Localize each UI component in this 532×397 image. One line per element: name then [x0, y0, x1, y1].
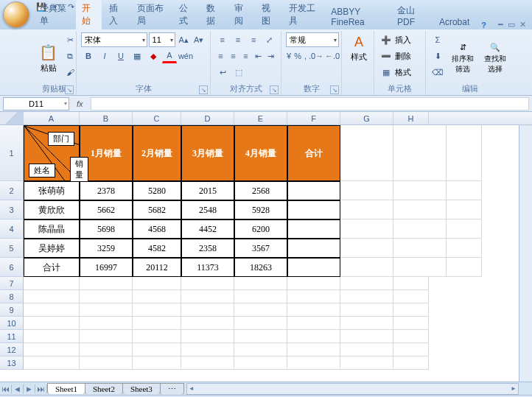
sheet-tab-new[interactable]: ⋯: [160, 383, 184, 395]
horizontal-scrollbar[interactable]: [186, 383, 519, 395]
cell-F2[interactable]: [287, 181, 340, 200]
dec-decimal-icon[interactable]: ←.0: [325, 49, 340, 63]
cell-empty[interactable]: [393, 330, 429, 343]
cell-F5[interactable]: [287, 239, 340, 258]
sheet-nav-last-icon[interactable]: ⏭: [35, 384, 47, 393]
paste-button[interactable]: 📋 粘贴: [37, 32, 60, 85]
grow-font-icon[interactable]: A▴: [177, 32, 190, 47]
col-header-H[interactable]: H: [393, 112, 429, 124]
cell-empty[interactable]: [80, 317, 133, 330]
cell-empty[interactable]: [393, 181, 447, 200]
underline-button[interactable]: U: [113, 49, 128, 63]
align-right-icon[interactable]: ≡: [240, 49, 251, 63]
cell-C5[interactable]: 4582: [133, 239, 181, 258]
clear-icon[interactable]: ⌫: [430, 65, 445, 80]
autosum-icon[interactable]: Σ: [430, 32, 445, 47]
format-cells-icon[interactable]: ▦: [379, 65, 393, 80]
tab-acrobat[interactable]: Acrobat: [433, 15, 475, 29]
tab-formulas[interactable]: 公式: [173, 0, 199, 29]
cell-D3[interactable]: 2548: [181, 200, 234, 219]
row-header-12[interactable]: 12: [0, 343, 24, 356]
minimize-icon[interactable]: ━: [498, 20, 503, 29]
header-1[interactable]: 2月销量: [133, 125, 181, 181]
cell-empty[interactable]: [393, 239, 447, 258]
cell-C2[interactable]: 5280: [133, 181, 181, 200]
align-bot-icon[interactable]: ≡: [247, 32, 261, 47]
cell-empty[interactable]: [181, 290, 234, 303]
cell-F3[interactable]: [287, 200, 340, 219]
cell-empty[interactable]: [234, 356, 287, 370]
cell-empty[interactable]: [24, 343, 80, 356]
cell-E4[interactable]: 6200: [234, 219, 287, 239]
sheet-nav-first-icon[interactable]: ⏮: [0, 384, 12, 393]
cell-empty[interactable]: [80, 290, 133, 303]
cell-empty[interactable]: [80, 343, 133, 356]
cell-empty[interactable]: [80, 277, 133, 290]
format-painter-icon[interactable]: 🖌: [63, 65, 77, 80]
cell-E6[interactable]: 18263: [234, 258, 287, 277]
cell-E2[interactable]: 2568: [234, 181, 287, 200]
sheet-tab-2[interactable]: Sheet2: [85, 383, 123, 394]
number-dialog-icon[interactable]: ↘: [330, 85, 339, 94]
copy-icon[interactable]: ⧉: [63, 49, 77, 63]
cell-empty[interactable]: [287, 317, 340, 330]
sheet-tab-1[interactable]: Sheet1: [47, 383, 85, 394]
cell-empty[interactable]: [287, 343, 340, 356]
cell-empty[interactable]: [393, 343, 429, 356]
row-header-8[interactable]: 8: [0, 290, 24, 303]
cell-empty[interactable]: [340, 317, 393, 330]
cell-C3[interactable]: 5682: [133, 200, 181, 219]
cell-empty[interactable]: [340, 181, 393, 200]
inc-decimal-icon[interactable]: .0→: [309, 49, 323, 63]
sheet-nav-prev-icon[interactable]: ◄: [12, 384, 24, 393]
cell-empty[interactable]: [234, 290, 287, 303]
tab-layout[interactable]: 页面布局: [131, 0, 172, 29]
tab-view[interactable]: 视图: [256, 0, 281, 29]
cell-empty[interactable]: [181, 356, 234, 370]
cell-empty[interactable]: [393, 258, 447, 277]
cell-empty[interactable]: [24, 330, 80, 343]
cell-empty[interactable]: [340, 330, 393, 343]
align-dialog-icon[interactable]: ↘: [270, 85, 279, 94]
tab-developer[interactable]: 开发工具: [283, 0, 323, 29]
row-header-6[interactable]: 6: [0, 258, 24, 277]
find-select-button[interactable]: 🔍 查找和选择: [480, 32, 510, 85]
header-3[interactable]: 4月销量: [234, 125, 287, 181]
cell-A5[interactable]: 吴婷婷: [24, 239, 80, 258]
cell-B4[interactable]: 5698: [80, 219, 133, 239]
align-left-icon[interactable]: ≡: [215, 49, 226, 63]
cell-empty[interactable]: [24, 303, 80, 317]
cell-empty[interactable]: [133, 356, 181, 370]
tab-classic[interactable]: 经典菜单: [34, 0, 74, 29]
currency-icon[interactable]: ¥: [286, 49, 292, 63]
cell-empty[interactable]: [340, 200, 393, 219]
cell-empty[interactable]: [133, 277, 181, 290]
tab-home[interactable]: 开始: [76, 0, 102, 29]
row-header-5[interactable]: 5: [0, 239, 24, 258]
cell-F6[interactable]: [287, 258, 340, 277]
font-size-select[interactable]: 11: [149, 32, 175, 47]
col-header-A[interactable]: A: [24, 112, 80, 124]
align-center-icon[interactable]: ≡: [228, 49, 239, 63]
delete-cells-label[interactable]: 删除: [395, 51, 411, 62]
cell-empty[interactable]: [133, 290, 181, 303]
comma-icon[interactable]: ,: [304, 49, 307, 63]
cell-empty[interactable]: [393, 125, 447, 181]
row-header-13[interactable]: 13: [0, 356, 24, 370]
spreadsheet-grid[interactable]: ABCDEFGH 1 部门 销量 姓名 1月销量2月销量3月销量4月销量合计2张…: [0, 112, 532, 382]
cell-empty[interactable]: [393, 303, 429, 317]
office-button[interactable]: [3, 1, 29, 28]
cell-empty[interactable]: [24, 277, 80, 290]
cell-E3[interactable]: 5928: [234, 200, 287, 219]
cell-empty[interactable]: [234, 277, 287, 290]
delete-cells-icon[interactable]: ➖: [379, 49, 393, 63]
cell-empty[interactable]: [447, 258, 482, 277]
cell-empty[interactable]: [340, 125, 393, 181]
indent-inc-icon[interactable]: ⇥: [265, 49, 276, 63]
cell-empty[interactable]: [287, 356, 340, 370]
font-name-select[interactable]: 宋体: [81, 32, 147, 47]
cell-empty[interactable]: [287, 330, 340, 343]
align-top-icon[interactable]: ≡: [215, 32, 229, 47]
row-header-4[interactable]: 4: [0, 219, 24, 239]
select-all-corner[interactable]: [0, 112, 24, 124]
